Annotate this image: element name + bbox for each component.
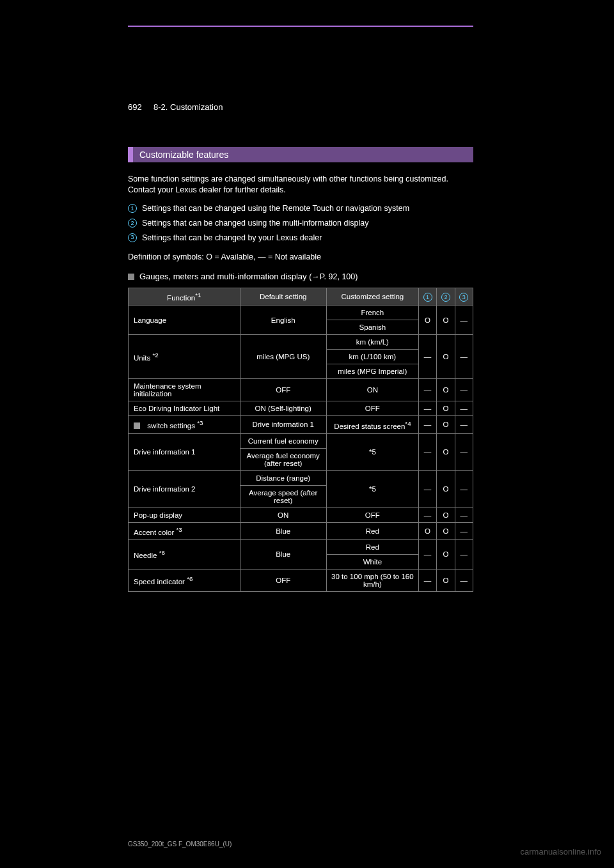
subsection-title-text: Gauges, meters and multi-information dis… [139,272,307,281]
table-row: Drive information 1Current fuel economy*… [129,433,473,448]
svg-rect-0 [134,422,140,429]
th-col1: 1 [418,288,436,306]
cell-mark-2: O [437,569,455,591]
th-default: Default setting [240,288,326,306]
cell-function: Eco Driving Indicator Light [129,401,240,416]
cell-mark-1: — [418,470,436,508]
cell-customized: OFF [326,401,418,416]
table-row: Needle *6BlueRed—O— [129,539,473,554]
legend-item-1: 1 Settings that can be changed using the… [128,203,473,214]
table-row: Maintenance system initializationOFFON—O… [129,379,473,401]
cell-function: Accent color *3 [129,522,240,539]
cell-mark-3: — [455,433,473,470]
cell-mark-3: — [455,335,473,379]
cell-default: miles (MPG US) [240,335,326,379]
cell-default: ON [240,508,326,522]
cell-function: Pop-up display [129,508,240,522]
circled-3-icon: 3 [459,293,468,302]
cell-customized: White [326,554,418,569]
cell-mark-1: — [418,416,436,434]
cell-mark-3: — [455,401,473,416]
cell-default: Current fuel economy [240,433,326,448]
circled-2-icon: 2 [441,293,450,302]
cell-function: Drive information 2 [129,470,240,508]
cell-mark-1: — [418,335,436,379]
cell-default: Blue [240,539,326,569]
table-row: Eco Driving Indicator LightON (Self-ligh… [129,401,473,416]
section-title: Customizable features [133,147,473,162]
table-row: Speed indicator *6OFF30 to 100 mph (50 t… [129,569,473,591]
cell-customized: Red [326,539,418,554]
table-row: LanguageEnglishFrenchOO— [129,306,473,320]
cell-customized: miles (MPG Imperial) [326,364,418,379]
subsection-title: Gauges, meters and multi-information dis… [139,272,358,281]
legend-item-2: 2 Settings that can be changed using the… [128,218,473,229]
cell-mark-2: O [437,470,455,508]
circled-3-icon: 3 [128,233,137,242]
cell-default: Blue [240,522,326,539]
cell-mark-2: O [437,522,455,539]
book-icon [134,422,143,430]
cell-function: Maintenance system initialization [129,379,240,401]
cell-function: Speed indicator *6 [129,569,240,591]
cell-function: Needle *6 [129,539,240,569]
cell-mark-1: — [418,379,436,401]
cell-customized: ON [326,379,418,401]
cell-customized: French [326,306,418,320]
table-row: Pop-up displayONOFF—O— [129,508,473,522]
cell-customized: Spanish [326,320,418,335]
cell-mark-1: — [418,508,436,522]
th-col3: 3 [455,288,473,306]
legend-text-1: Settings that can be changed using the R… [142,203,473,214]
cell-mark-3: — [455,569,473,591]
cell-mark-2: O [437,539,455,569]
cell-default: Average fuel economy (after reset) [240,448,326,470]
cell-mark-3: — [455,379,473,401]
cell-mark-2: O [437,416,455,434]
cell-default: ON (Self-lighting) [240,401,326,416]
header-divider [128,26,473,27]
page-reference-link[interactable]: (→P. 92, 100) [309,272,358,281]
cell-default: OFF [240,379,326,401]
cell-mark-1: — [418,401,436,416]
legend-text-3: Settings that can be changed by your Lex… [142,233,473,244]
page-content: 692 8-2. Customization Customizable feat… [128,115,473,592]
cell-mark-3: — [455,522,473,539]
cell-mark-1: — [418,539,436,569]
cell-default: Average speed (after reset) [240,485,326,508]
cell-function: Drive information 1 [129,433,240,470]
page-number: 692 [128,102,142,112]
cell-mark-2: O [437,433,455,470]
cell-customized: *5 [326,433,418,470]
table-header-row: Function*1 Default setting Customized se… [129,288,473,306]
cell-mark-2: O [437,401,455,416]
customization-table: Function*1 Default setting Customized se… [128,288,473,591]
square-bullet-icon [128,274,134,280]
watermark: carmanualsonline.info [521,847,601,856]
legend-footnote: Definition of symbols: O = Available, — … [128,252,473,263]
cell-mark-3: — [455,508,473,522]
th-custom: Customized setting [326,288,418,306]
section-accent-tab [128,147,133,162]
cell-customized: km (km/L) [326,335,418,350]
cell-customized: Desired status screen*4 [326,416,418,434]
cell-function: Language [129,306,240,335]
cell-default: English [240,306,326,335]
cell-mark-3: — [455,416,473,434]
cell-mark-2: O [437,335,455,379]
cell-mark-1: — [418,433,436,470]
table-row: switch settings *3Drive information 1Des… [129,416,473,434]
cell-mark-1: O [418,522,436,539]
cell-mark-2: O [437,508,455,522]
cell-customized: OFF [326,508,418,522]
legend-item-3: 3 Settings that can be changed by your L… [128,233,473,244]
th-col2: 2 [437,288,455,306]
th-function: Function*1 [129,288,240,306]
table-row: Accent color *3BlueRedOO— [129,522,473,539]
section-header: Customizable features [128,147,473,162]
circled-1-icon: 1 [128,204,137,213]
subsection-heading: Gauges, meters and multi-information dis… [128,272,473,281]
cell-customized: *5 [326,470,418,508]
cell-customized: 30 to 100 mph (50 to 160 km/h) [326,569,418,591]
cell-mark-3: — [455,306,473,335]
